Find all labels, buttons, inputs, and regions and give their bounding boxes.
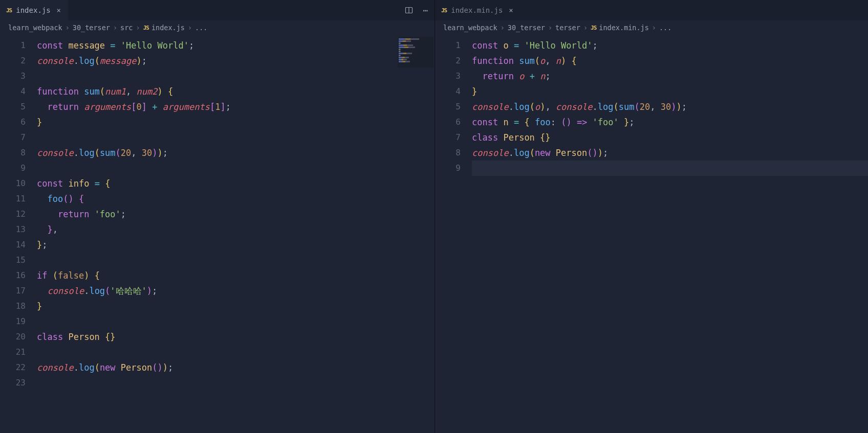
- breadcrumb-segment[interactable]: terser: [555, 24, 580, 32]
- breadcrumb-segment[interactable]: 30_terser: [73, 24, 110, 32]
- breadcrumb-segment[interactable]: learn_webpack: [8, 24, 62, 32]
- breadcrumb-right[interactable]: learn_webpack›30_terser›terser›JSindex.m…: [435, 20, 868, 35]
- close-icon[interactable]: ×: [55, 6, 63, 14]
- breadcrumb-separator-icon: ›: [582, 24, 589, 32]
- breadcrumb-separator-icon: ›: [651, 24, 657, 32]
- js-file-icon: JS: [441, 7, 447, 14]
- breadcrumb-segment[interactable]: 30_terser: [508, 24, 545, 32]
- code-content[interactable]: const message = 'Hello World';console.lo…: [37, 35, 435, 433]
- breadcrumb-separator-icon: ›: [64, 24, 71, 32]
- breadcrumb-separator-icon: ›: [135, 24, 141, 32]
- code-editor-left[interactable]: 1234567891011121314151617181920212223 co…: [0, 35, 435, 433]
- tab-bar-left: JS index.js × ⋯: [0, 0, 435, 20]
- breadcrumb-segment[interactable]: ...: [659, 24, 671, 32]
- breadcrumb-separator-icon: ›: [547, 24, 553, 32]
- js-file-icon: JS: [591, 25, 596, 31]
- line-gutter: 123456789: [435, 35, 472, 433]
- js-file-icon: JS: [6, 7, 12, 14]
- tab-label: index.js: [16, 6, 50, 14]
- tab-actions-left: ⋯: [403, 4, 431, 16]
- breadcrumb-segment[interactable]: src: [120, 24, 133, 32]
- line-gutter: 1234567891011121314151617181920212223: [0, 35, 37, 433]
- js-file-icon: JS: [143, 25, 149, 31]
- tab-bar-right: JS index.min.js ×: [435, 0, 868, 20]
- breadcrumb-separator-icon: ›: [187, 24, 193, 32]
- code-editor-right[interactable]: 123456789 const o = 'Hello World';functi…: [435, 35, 868, 433]
- breadcrumb-segment[interactable]: learn_webpack: [443, 24, 497, 32]
- tab-index-js[interactable]: JS index.js ×: [0, 0, 68, 20]
- breadcrumb-left[interactable]: learn_webpack›30_terser›src›JSindex.js›.…: [0, 20, 435, 35]
- more-actions-icon[interactable]: ⋯: [419, 4, 431, 16]
- tab-index-min-js[interactable]: JS index.min.js ×: [435, 0, 520, 20]
- close-icon[interactable]: ×: [507, 6, 515, 14]
- editor-pane-left: JS index.js × ⋯ learn_webpack›30_terser›…: [0, 0, 435, 433]
- breadcrumb-segment[interactable]: JSindex.js: [143, 24, 185, 32]
- minimap[interactable]: [398, 37, 433, 67]
- code-content[interactable]: const o = 'Hello World';function sum(o, …: [472, 35, 868, 433]
- breadcrumb-segment[interactable]: ...: [195, 24, 207, 32]
- breadcrumb-separator-icon: ›: [112, 24, 118, 32]
- breadcrumb-separator-icon: ›: [500, 24, 506, 32]
- breadcrumb-segment[interactable]: JSindex.min.js: [591, 24, 649, 32]
- editor-pane-right: JS index.min.js × learn_webpack›30_terse…: [435, 0, 868, 433]
- split-editor-icon[interactable]: [403, 4, 415, 16]
- tab-label: index.min.js: [451, 6, 503, 14]
